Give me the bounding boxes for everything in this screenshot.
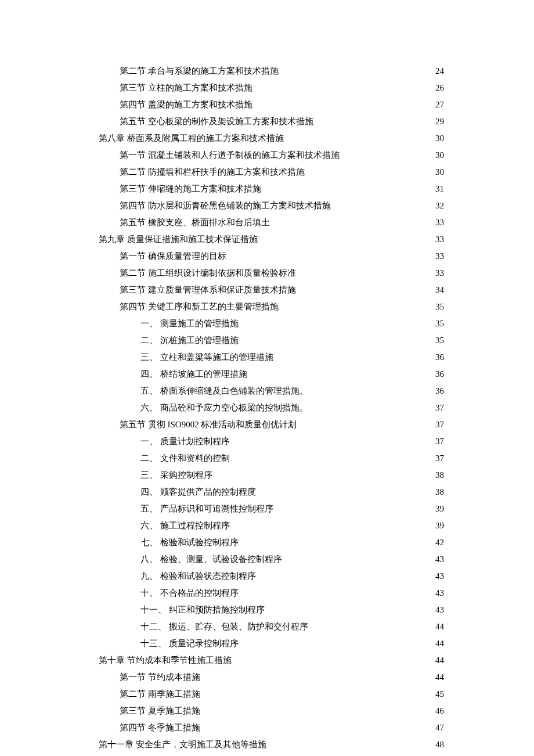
toc-entry: 第三节 夏季施工措施46 [99,704,444,718]
toc-entry-label: 七、 检验和试验控制程序 [140,535,239,549]
toc-entry-page: 36 [434,350,444,364]
toc-entry-page: 37 [434,451,444,465]
toc-entry-page: 30 [434,165,444,179]
toc-entry-label: 五、 产品标识和可追溯性控制程序 [140,502,273,516]
toc-leader-dots [270,217,434,225]
toc-leader-dots [230,520,434,528]
toc-entry: 第四节 冬季施工措施47 [99,721,444,735]
toc-leader-dots [308,621,434,629]
toc-leader-dots [313,116,434,124]
toc-entry-page: 35 [434,333,444,347]
toc-leader-dots [265,604,434,613]
toc-entry-label: 三、 立柱和盖梁等施工的管理措施 [140,350,273,364]
toc-leader-dots [252,99,434,107]
toc-leader-dots [340,149,434,158]
toc-leader-dots [308,385,434,394]
toc-entry-label: 第三节 夏季施工措施 [120,704,200,718]
toc-entry-page: 43 [434,552,444,566]
toc-entry-page: 43 [434,586,444,600]
toc-entry-page: 43 [434,569,444,583]
toc-leader-dots [258,233,434,242]
toc-leader-dots [239,537,434,545]
toc-entry: 第一节 节约成本措施44 [99,670,444,684]
toc-entry-page: 46 [434,704,444,718]
toc-entry-label: 三、 采购控制程序 [140,468,212,482]
toc-entry-label: 第三节 伸缩缝的施工方案和技术措施 [120,182,261,196]
toc-entry-label: 第二节 防撞墙和栏杆扶手的施工方案和技术措施 [120,165,305,179]
toc-entry: 六、 施工过程控制程序39 [99,519,444,532]
toc-leader-dots [331,200,434,208]
toc-entry-label: 十、 不合格品的控制程序 [140,586,239,600]
toc-entry-page: 38 [434,468,444,482]
toc-entry-page: 45 [434,687,444,701]
toc-entry: 六、 商品砼和予应力空心板梁的控制措施。37 [99,401,444,415]
toc-entry-page: 33 [434,266,444,280]
toc-leader-dots [200,722,434,730]
toc-entry: 第三节 立柱的施工方案和技术措施26 [99,81,444,95]
toc-leader-dots [230,435,434,444]
toc-entry-page: 48 [434,737,444,751]
toc-leader-dots [296,284,434,293]
toc-entry-page: 35 [434,316,444,330]
toc-leader-dots [266,739,434,747]
toc-entry: 九、 检验和试验状态控制程序43 [99,569,444,583]
toc-entry-page: 37 [434,417,444,431]
toc-entry-label: 一、 质量计划控制程序 [140,434,230,448]
toc-leader-dots [200,671,434,680]
toc-entry-label: 八、 检验、测量、试验设备控制程序 [140,552,282,566]
toc-entry-page: 24 [434,64,444,78]
toc-leader-dots [284,132,434,141]
toc-leader-dots [239,638,434,646]
toc-entry-label: 第一节 确保质量管理的目标 [120,249,226,263]
toc-entry: 第二节 雨季施工措施45 [99,687,444,701]
toc-entry-page: 33 [434,215,444,229]
toc-entry-label: 第三节 建立质量管理体系和保证质量技术措施 [120,283,296,297]
toc-leader-dots [297,419,434,427]
toc-entry-label: 六、 商品砼和予应力空心板梁的控制措施。 [140,401,308,415]
toc-entry: 三、 采购控制程序38 [99,468,444,482]
toc-entry-label: 四、 顾客提供产品的控制程度 [140,485,256,499]
toc-entry-label: 第五节 空心板梁的制作及架设施工方案和技术措施 [120,114,313,128]
toc-leader-dots [230,452,434,461]
toc-leader-dots [239,334,434,343]
toc-entry: 五、 产品标识和可追溯性控制程序39 [99,502,444,516]
toc-entry-label: 六、 施工过程控制程序 [140,519,230,532]
toc-leader-dots [279,301,434,309]
toc-entry: 第十章 节约成本和季节性施工措施44 [99,653,444,667]
toc-leader-dots [273,351,434,360]
toc-entry-label: 第五节 贯彻 ISO9002 标准活动和质量创优计划 [120,417,297,431]
toc-entry: 四、 顾客提供产品的控制程度38 [99,485,444,499]
toc-entry-page: 44 [434,636,444,650]
toc-leader-dots [252,82,434,91]
toc-entry-page: 44 [434,653,444,667]
toc-entry-page: 39 [434,502,444,516]
toc-entry-label: 第二节 承台与系梁的施工方案和技术措施 [120,64,279,78]
toc-entry-page: 29 [434,114,444,128]
toc-entry: 第十一章 安全生产，文明施工及其他等措施48 [99,737,444,751]
toc-entry-label: 二、 沉桩施工的管理措施 [140,333,239,347]
toc-entry: 七、 检验和试验控制程序42 [99,535,444,549]
toc-entry-label: 第二节 雨季施工措施 [120,687,200,701]
toc-entry-label: 第四节 冬季施工措施 [120,721,200,735]
toc-entry-page: 44 [434,620,444,633]
toc-entry-page: 36 [434,367,444,381]
toc-entry-page: 44 [434,670,444,684]
toc-entry: 十、 不合格品的控制程序43 [99,586,444,600]
toc-entry: 一、 测量施工的管理措施35 [99,316,444,330]
toc-entry-label: 第一节 混凝土铺装和人行道予制板的施工方案和技术措施 [120,148,340,162]
toc-leader-dots [232,654,434,663]
toc-entry-label: 十一、 纠正和预防措施控制程序 [140,603,265,617]
toc-entry-page: 43 [434,603,444,617]
toc-entry: 第五节 橡胶支座、桥面排水和台后填土33 [99,215,444,229]
toc-leader-dots [239,587,434,596]
toc-entry: 五、 桥面系伸缩缝及白色铺装的管理措施。36 [99,384,444,398]
toc-entry-page: 42 [434,535,444,549]
toc-entry-label: 一、 测量施工的管理措施 [140,316,239,330]
toc-entry: 二、 沉桩施工的管理措施35 [99,333,444,347]
toc-entry-label: 第一节 节约成本措施 [120,670,200,684]
toc-entry-page: 34 [434,283,444,297]
toc-leader-dots [308,402,434,411]
toc-entry: 十三、 质量记录控制程序44 [99,636,444,650]
toc-entry: 第四节 盖梁的施工方案和技术措施27 [99,98,444,111]
toc-entry: 第四节 防水层和沥青砼黑色铺装的施工方案和技术措施32 [99,199,444,213]
